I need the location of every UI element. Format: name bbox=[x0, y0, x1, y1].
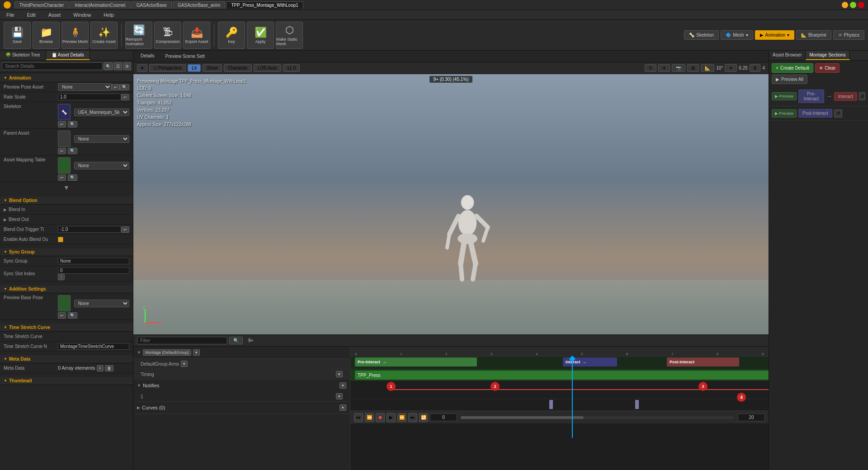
make-static-button[interactable]: ⬡ Make Static Mesh bbox=[276, 22, 303, 49]
preview-base-nav[interactable]: ↩ bbox=[58, 312, 66, 319]
character-button[interactable]: Character bbox=[224, 64, 252, 72]
asset-mapping-nav[interactable]: ↩ bbox=[58, 174, 66, 181]
minimize-button[interactable] bbox=[842, 2, 848, 8]
blend-out-trigger-input[interactable] bbox=[58, 226, 121, 233]
grid-button[interactable]: ⊞ bbox=[687, 64, 699, 72]
notifies-expand-icon[interactable]: ▼ bbox=[137, 383, 141, 388]
create-default-button[interactable]: + Create Default bbox=[772, 63, 813, 73]
blend-out-trigger-reset[interactable]: ↩ bbox=[121, 226, 129, 233]
browse-button[interactable]: 📁 Browse bbox=[33, 22, 60, 49]
search-input[interactable] bbox=[2, 62, 103, 70]
notify-sub-dropdown[interactable]: ▾ bbox=[336, 393, 343, 400]
timeline-playhead[interactable] bbox=[572, 357, 573, 438]
sync-group-header[interactable]: ▼ Sync Group bbox=[0, 248, 133, 256]
show-more[interactable]: ▼ bbox=[0, 182, 133, 193]
close-button[interactable] bbox=[858, 2, 864, 8]
curves-dropdown[interactable]: ▾ bbox=[340, 404, 346, 411]
settings-button[interactable]: ⚙ bbox=[123, 62, 131, 70]
meta-data-add[interactable]: + bbox=[97, 365, 104, 371]
notifies-dropdown[interactable]: ▾ bbox=[340, 382, 346, 389]
perspective-button[interactable]: ⬡ Perspective bbox=[149, 64, 186, 72]
skeleton-select[interactable]: UE4_Mannequin_Skeleton bbox=[74, 108, 129, 116]
interact-name-btn[interactable]: Interact bbox=[834, 92, 857, 101]
timeline-filter-input[interactable] bbox=[137, 337, 227, 344]
meta-data-header[interactable]: ▼ Meta Data bbox=[0, 355, 133, 363]
sync-slot-up[interactable]: ↑ bbox=[58, 274, 65, 280]
skeleton-mode-button[interactable]: 🦴 Skeleton bbox=[684, 30, 719, 40]
play-button[interactable]: ▶ bbox=[387, 413, 396, 422]
asset-mapping-select[interactable]: None bbox=[74, 162, 129, 169]
asset-mapping-browse[interactable]: 🔍 bbox=[68, 174, 77, 181]
post-interact-block[interactable]: Post-Interact bbox=[667, 357, 739, 367]
step-back-button[interactable]: ⏪ bbox=[365, 413, 374, 422]
tab-interact-anim[interactable]: InteractAnimationCosmet bbox=[70, 1, 130, 9]
blend-option-header[interactable]: ▼ Blend Option bbox=[0, 197, 133, 205]
loop-button[interactable]: 🔁 bbox=[419, 413, 428, 422]
thumbnail-header[interactable]: ▼ Thumbnail bbox=[0, 377, 133, 385]
details-tab[interactable]: Details bbox=[137, 52, 158, 60]
tab-tpp-press[interactable]: TPP_Press_Montage_WithLoop1 bbox=[226, 1, 303, 9]
maximize-button[interactable] bbox=[850, 2, 856, 8]
animation-section-header[interactable]: ▼ Animation bbox=[0, 74, 133, 82]
meta-data-remove[interactable]: 🗑 bbox=[105, 365, 113, 371]
timing-dropdown[interactable]: ▾ bbox=[336, 371, 343, 377]
skeleton-browse[interactable]: 🔍 bbox=[68, 121, 77, 127]
asset-browser-tab[interactable]: Asset Browser bbox=[769, 51, 806, 60]
blueprint-mode-button[interactable]: 📐 Blueprint bbox=[796, 30, 831, 40]
step-forward-button[interactable]: ⏩ bbox=[397, 413, 406, 422]
pre-interact-block[interactable]: Pre-Interact → bbox=[355, 357, 477, 367]
viewport[interactable]: Previewing Montage TPP_Press_Montage_Wit… bbox=[133, 74, 769, 334]
rate-scale-input[interactable] bbox=[58, 94, 121, 100]
export-asset-button[interactable]: 📤 Export Asset bbox=[183, 22, 210, 49]
skeleton-nav-back[interactable]: ↩ bbox=[58, 121, 66, 127]
red-dot-3[interactable]: 3 bbox=[698, 382, 708, 391]
tab-gas-actor[interactable]: GASActorBase bbox=[132, 1, 172, 9]
camera-button[interactable]: 📷 bbox=[672, 64, 685, 72]
rate-scale-reset[interactable]: ↩ bbox=[121, 94, 129, 100]
asset-details-tab[interactable]: 📋 Asset Details bbox=[46, 51, 90, 60]
preview-scene-tab[interactable]: Preview Scene Sett bbox=[162, 53, 208, 60]
compression-button[interactable]: 🗜 Compression bbox=[154, 22, 181, 49]
time-stretch-name-input[interactable] bbox=[58, 343, 129, 350]
exposure-button[interactable]: ☀ bbox=[725, 64, 737, 72]
timeline-scrubber[interactable] bbox=[461, 416, 734, 419]
skeleton-tree-tab[interactable]: 🌳 Skeleton Tree bbox=[0, 51, 46, 60]
montage-sections-tab[interactable]: Montage Sections bbox=[806, 51, 849, 60]
reimport-button[interactable]: 🔄 Reimport Animation bbox=[125, 22, 152, 49]
animation-mode-button[interactable]: ▶ Animation ▾ bbox=[755, 30, 794, 40]
pre-interact-name-btn[interactable]: Pre-Interact bbox=[798, 89, 824, 103]
physics-mode-button[interactable]: ⚛ Physics bbox=[833, 30, 864, 40]
preview-pose-browse[interactable]: ↩ bbox=[112, 84, 120, 90]
montage-expand-icon[interactable]: ▼ bbox=[137, 350, 141, 355]
tab-third-person[interactable]: ThirdPersonCharacter bbox=[14, 1, 69, 9]
timeline-search-button[interactable]: 🔍 bbox=[229, 337, 243, 344]
menu-file[interactable]: File bbox=[4, 11, 17, 19]
create-asset-button[interactable]: ✨ Create Asset bbox=[90, 22, 118, 49]
view-options-button[interactable]: ☰ bbox=[114, 62, 122, 70]
curves-expand-icon[interactable]: ▶ bbox=[137, 405, 140, 410]
montage-section-select[interactable]: Montage (DefaultGroup) bbox=[143, 349, 191, 356]
save-button[interactable]: 💾 Save bbox=[4, 22, 31, 49]
blend-out-expand[interactable]: ▶ bbox=[4, 217, 7, 222]
preview-post-interact[interactable]: ▶ Preview bbox=[772, 109, 797, 118]
zoom-button[interactable]: x1.0 bbox=[283, 64, 300, 72]
parent-asset-select[interactable]: None bbox=[74, 135, 129, 143]
lit-button[interactable]: Lit bbox=[188, 64, 201, 72]
aa-button[interactable]: A bbox=[750, 64, 761, 72]
clear-button[interactable]: ✕ Clear bbox=[815, 63, 840, 73]
key-button[interactable]: 🔑 Key bbox=[218, 22, 245, 49]
post-interact-name-btn[interactable]: Post-Interact bbox=[798, 109, 832, 118]
enable-auto-blend-checkbox[interactable] bbox=[58, 237, 63, 242]
jump-start-button[interactable]: ⏮ bbox=[354, 413, 363, 422]
parent-asset-browse[interactable]: 🔍 bbox=[68, 148, 77, 154]
jump-end-button[interactable]: ⏭ bbox=[408, 413, 417, 422]
preview-all-button[interactable]: ▶ Preview All bbox=[772, 75, 807, 84]
red-dot-1[interactable]: 1 bbox=[387, 382, 396, 391]
tab-gas-anim[interactable]: GASActorBase_anim bbox=[173, 1, 226, 9]
preview-pre-interact[interactable]: ▶ Preview bbox=[772, 92, 797, 100]
loop-btn-1[interactable]: ↺ bbox=[859, 92, 865, 100]
additive-settings-header[interactable]: ▼ Additive Settings bbox=[0, 285, 133, 293]
red-dot-2[interactable]: 2 bbox=[491, 382, 500, 391]
preview-pose-reset[interactable]: 🔍 bbox=[120, 84, 129, 90]
rotate-button[interactable]: ↻ bbox=[645, 64, 656, 72]
